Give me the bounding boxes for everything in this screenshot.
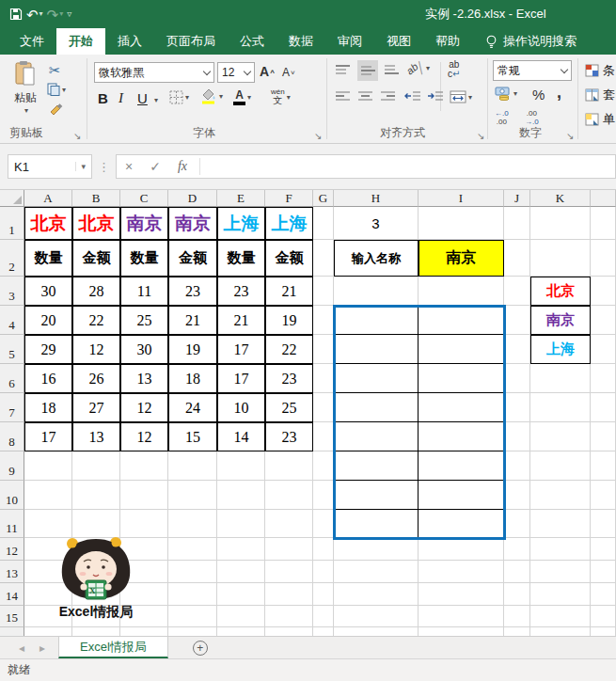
- col-header-B[interactable]: B: [72, 190, 120, 207]
- cell-A4[interactable]: 20: [24, 306, 72, 335]
- col-header-overflow[interactable]: [591, 190, 616, 207]
- col-header-K[interactable]: K: [530, 190, 591, 207]
- cell-A1[interactable]: 北京: [24, 207, 72, 240]
- cell-J1[interactable]: [504, 207, 530, 240]
- shrink-font-button[interactable]: A˅: [282, 66, 295, 79]
- cell-H2[interactable]: 输入名称: [334, 240, 419, 277]
- cell-H14[interactable]: [334, 583, 419, 606]
- cell-J7[interactable]: [504, 393, 530, 422]
- tab-review[interactable]: 审阅: [325, 28, 374, 55]
- cell-E9[interactable]: [217, 451, 265, 481]
- row-header-7[interactable]: 7: [0, 393, 24, 422]
- cell-D14[interactable]: [168, 583, 217, 606]
- increase-decimal-button[interactable]: ←.0.00: [495, 109, 509, 126]
- formula-input[interactable]: [204, 155, 615, 178]
- cell-H3[interactable]: [334, 277, 419, 306]
- cell-J9[interactable]: [504, 451, 530, 481]
- cell-K13[interactable]: [530, 561, 591, 583]
- cell-B11[interactable]: [72, 510, 120, 538]
- qat-customize-button[interactable]: ▿: [67, 9, 71, 19]
- cell-K4[interactable]: 南京: [530, 306, 591, 335]
- tab-home[interactable]: 开始: [56, 28, 105, 55]
- cell-J2[interactable]: [504, 240, 530, 277]
- cell-D7[interactable]: 24: [168, 393, 217, 422]
- fill-color-button[interactable]: ▾: [201, 88, 223, 104]
- cell-K8[interactable]: [530, 422, 591, 451]
- cell-E5[interactable]: 17: [217, 335, 265, 364]
- cell-B5[interactable]: 12: [72, 335, 120, 364]
- cell-C5[interactable]: 30: [120, 335, 168, 364]
- cell-x[interactable]: [591, 627, 616, 636]
- cell-C3[interactable]: 11: [120, 277, 168, 306]
- cell-G6[interactable]: [313, 364, 334, 393]
- cell-I13[interactable]: [419, 561, 504, 583]
- cell-x12[interactable]: [591, 538, 616, 561]
- tab-formulas[interactable]: 公式: [228, 28, 276, 55]
- save-button[interactable]: [9, 8, 23, 21]
- increase-indent-button[interactable]: [427, 90, 444, 103]
- cell-F15[interactable]: [265, 606, 313, 627]
- tell-me-search[interactable]: 操作说明搜索: [485, 28, 577, 55]
- cell-K2[interactable]: [530, 240, 591, 277]
- col-header-H[interactable]: H: [334, 190, 419, 207]
- cell-D12[interactable]: [168, 538, 217, 561]
- paste-button[interactable]: 粘贴 ▾: [8, 60, 43, 115]
- cell-K7[interactable]: [530, 393, 591, 422]
- wrap-text-button[interactable]: abc↵: [448, 60, 460, 79]
- tab-page-layout[interactable]: 页面布局: [154, 28, 228, 55]
- cell-C2[interactable]: 数量: [120, 240, 168, 277]
- cell-x10[interactable]: [591, 481, 616, 510]
- cell-F9[interactable]: [265, 451, 313, 481]
- cell-x8[interactable]: [591, 422, 616, 451]
- decrease-indent-button[interactable]: [404, 90, 421, 103]
- align-middle-button[interactable]: [357, 60, 378, 81]
- format-painter-button[interactable]: [49, 103, 63, 118]
- cell-F13[interactable]: [265, 561, 313, 583]
- underline-button[interactable]: U: [137, 90, 148, 106]
- cell-I2[interactable]: 南京: [419, 240, 504, 277]
- col-header-G[interactable]: G: [313, 190, 334, 207]
- row-header-overflow[interactable]: [0, 627, 24, 636]
- cell-F5[interactable]: 22: [265, 335, 313, 364]
- cell-I3[interactable]: [419, 277, 504, 306]
- cell-K5[interactable]: 上海: [530, 335, 591, 364]
- cell-styles-button[interactable]: 单: [585, 111, 615, 128]
- cell-F[interactable]: [265, 627, 313, 636]
- cell-C9[interactable]: [120, 451, 168, 481]
- accounting-format-button[interactable]: ▾: [495, 87, 517, 101]
- col-header-C[interactable]: C: [120, 190, 168, 207]
- cell-B[interactable]: [72, 627, 120, 636]
- cell-C1[interactable]: 南京: [120, 207, 168, 240]
- row-header-2[interactable]: 2: [0, 240, 24, 277]
- col-header-I[interactable]: I: [419, 190, 504, 207]
- cell-I1[interactable]: [419, 207, 504, 240]
- tab-help[interactable]: 帮助: [423, 28, 472, 55]
- cell-G2[interactable]: [313, 240, 334, 277]
- chevron-down-icon[interactable]: ▾: [75, 162, 86, 171]
- cell-F3[interactable]: 21: [265, 277, 313, 306]
- undo-button[interactable]: ↶▾: [26, 8, 43, 22]
- cell-D4[interactable]: 21: [168, 306, 217, 335]
- cell-G9[interactable]: [313, 451, 334, 481]
- col-header-D[interactable]: D: [168, 190, 217, 207]
- cell-D6[interactable]: 18: [168, 364, 217, 393]
- cell-x14[interactable]: [591, 583, 616, 606]
- cell-A7[interactable]: 18: [24, 393, 72, 422]
- cell-I12[interactable]: [419, 538, 504, 561]
- chevron-down-icon[interactable]: ▾: [154, 96, 158, 104]
- cell-G4[interactable]: [313, 306, 334, 335]
- tab-insert[interactable]: 插入: [105, 28, 154, 55]
- cell-x5[interactable]: [591, 335, 616, 364]
- cell-G11[interactable]: [313, 510, 334, 538]
- cell-D[interactable]: [168, 627, 217, 636]
- cell-K6[interactable]: [530, 364, 591, 393]
- row-header-13[interactable]: 13: [0, 561, 24, 583]
- enter-button[interactable]: ✓: [141, 159, 169, 174]
- cell-H12[interactable]: [334, 538, 419, 561]
- cell-H7[interactable]: [334, 393, 419, 422]
- cell-J5[interactable]: [504, 335, 530, 364]
- cell-G10[interactable]: [313, 481, 334, 510]
- cell-F2[interactable]: 金额: [265, 240, 313, 277]
- cell-J8[interactable]: [504, 422, 530, 451]
- cell-J14[interactable]: [504, 583, 530, 606]
